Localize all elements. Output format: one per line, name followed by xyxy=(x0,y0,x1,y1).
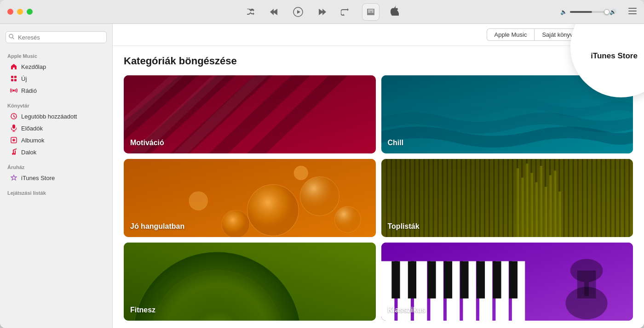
svg-rect-5 xyxy=(628,13,637,14)
itunes-store-highlight-text: iTunes Store xyxy=(591,51,638,61)
svg-rect-11 xyxy=(14,79,17,81)
svg-line-7 xyxy=(13,38,14,39)
sidebar-item-uj[interactable]: Új xyxy=(3,73,109,85)
svg-rect-50 xyxy=(442,159,443,237)
svg-marker-1 xyxy=(297,10,300,14)
sidebar-section-aruhaz: Áruház xyxy=(0,162,112,172)
svg-point-6 xyxy=(9,34,13,38)
maximize-button[interactable] xyxy=(27,9,33,15)
svg-point-31 xyxy=(247,185,299,236)
svg-rect-93 xyxy=(526,164,528,237)
tab-apple-music[interactable]: Apple Music xyxy=(487,28,535,41)
category-card-klasszikus[interactable]: Klasszikus xyxy=(381,243,633,321)
svg-rect-100 xyxy=(558,192,561,237)
app-window: 🔈 🔊 xyxy=(0,0,644,328)
category-card-fitnesz[interactable]: Fitnesz xyxy=(124,243,376,321)
rewind-button[interactable] xyxy=(268,6,280,17)
svg-point-19 xyxy=(14,140,14,141)
sidebar-item-legutobb[interactable]: Legutóbb hozzáadott xyxy=(3,110,109,122)
svg-rect-118 xyxy=(408,261,416,299)
sidebar-item-dalok[interactable]: Dalok xyxy=(3,146,109,158)
svg-rect-4 xyxy=(628,11,637,11)
repeat-button[interactable] xyxy=(339,6,351,17)
sidebar-item-radio[interactable]: Rádió xyxy=(3,85,109,96)
now-playing-icon[interactable] xyxy=(362,3,380,21)
svg-rect-88 xyxy=(619,159,621,237)
category-label-klasszikus: Klasszikus xyxy=(388,306,426,314)
sidebar-label-dalok: Dalok xyxy=(21,149,36,156)
svg-rect-65 xyxy=(512,159,513,237)
svg-rect-120 xyxy=(443,261,452,299)
categories-grid: Motiváció xyxy=(124,75,633,321)
svg-rect-81 xyxy=(586,159,588,237)
close-button[interactable] xyxy=(7,9,13,15)
sidebar-label-albumok: Albumok xyxy=(21,137,45,144)
svg-rect-80 xyxy=(581,159,583,237)
grid-icon xyxy=(10,75,17,82)
album-icon xyxy=(10,136,17,144)
svg-rect-54 xyxy=(460,159,462,237)
sidebar-label-itunes-store: iTunes Store xyxy=(21,175,55,181)
svg-rect-14 xyxy=(12,124,15,129)
sidebar-section-lejatszasi: Lejátszási listák xyxy=(0,187,112,198)
svg-point-34 xyxy=(334,206,361,232)
shuffle-button[interactable] xyxy=(245,7,257,17)
titlebar: 🔈 🔊 xyxy=(0,0,644,24)
clock-icon xyxy=(10,113,17,120)
svg-rect-94 xyxy=(530,173,533,237)
svg-rect-9 xyxy=(14,76,17,78)
svg-rect-76 xyxy=(563,159,564,237)
traffic-lights xyxy=(7,9,33,15)
minimize-button[interactable] xyxy=(17,9,23,15)
svg-point-32 xyxy=(300,177,339,216)
category-card-toplistak[interactable]: Toplisták xyxy=(381,159,633,237)
svg-rect-55 xyxy=(465,159,466,237)
browse-title: Kategóriák böngészése xyxy=(124,55,633,67)
svg-rect-77 xyxy=(568,159,569,237)
play-button[interactable] xyxy=(291,5,305,19)
note-icon xyxy=(10,148,17,156)
svg-rect-47 xyxy=(428,159,429,237)
svg-rect-87 xyxy=(614,159,615,237)
svg-point-36 xyxy=(294,166,308,180)
category-label-chill: Chill xyxy=(388,139,404,147)
svg-rect-51 xyxy=(446,159,448,237)
svg-rect-92 xyxy=(521,178,523,237)
mic-icon xyxy=(10,124,17,132)
category-card-jo-hangulatban[interactable]: Jó hangulatban xyxy=(124,159,376,237)
svg-rect-46 xyxy=(423,159,425,237)
svg-rect-79 xyxy=(577,159,578,237)
category-card-motivacio[interactable]: Motiváció xyxy=(124,75,376,153)
star-icon xyxy=(10,174,17,181)
svg-rect-59 xyxy=(484,159,485,237)
svg-rect-119 xyxy=(427,261,436,299)
sidebar-item-itunes-store[interactable]: iTunes Store xyxy=(3,172,109,184)
search-input[interactable] xyxy=(6,31,107,43)
svg-rect-10 xyxy=(11,79,13,81)
search-container xyxy=(0,28,112,47)
svg-rect-48 xyxy=(432,159,434,237)
svg-rect-95 xyxy=(535,182,537,237)
sidebar-section-konyvtar: Könyvtár xyxy=(0,100,112,110)
home-icon xyxy=(10,63,17,70)
svg-point-35 xyxy=(189,192,208,210)
svg-rect-99 xyxy=(554,170,556,237)
volume-slider[interactable] xyxy=(570,11,607,13)
svg-rect-62 xyxy=(498,159,499,237)
volume-min-icon: 🔈 xyxy=(560,9,567,15)
svg-point-33 xyxy=(222,210,250,237)
sidebar-label-radio: Rádió xyxy=(21,87,37,94)
sidebar-item-eloadok[interactable]: Előadók xyxy=(3,122,109,134)
menu-button[interactable] xyxy=(628,7,637,17)
fast-forward-button[interactable] xyxy=(316,6,328,17)
volume-max-icon: 🔊 xyxy=(610,9,616,15)
sidebar-label-uj: Új xyxy=(21,75,27,82)
volume-control[interactable]: 🔈 🔊 xyxy=(560,9,616,15)
svg-rect-98 xyxy=(549,175,552,237)
sidebar-item-kezdolap[interactable]: Kezdőlap xyxy=(3,61,109,73)
apple-logo xyxy=(391,6,399,18)
svg-rect-84 xyxy=(600,159,602,237)
svg-rect-117 xyxy=(391,261,400,299)
svg-rect-78 xyxy=(572,159,574,237)
sidebar-item-albumok[interactable]: Albumok xyxy=(3,134,109,146)
